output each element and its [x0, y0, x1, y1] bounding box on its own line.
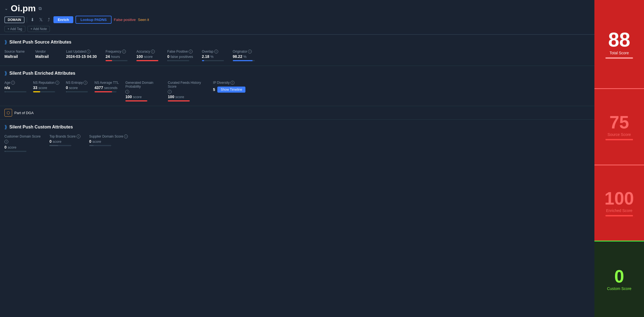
- domain-badge[interactable]: DOMAIN: [4, 17, 25, 23]
- attr-ns-avg-ttl: NS Average TTL 4377 seconds: [94, 81, 119, 92]
- external-link-icon[interactable]: ⤴: [46, 17, 51, 23]
- false-positive-info-icon[interactable]: i: [189, 50, 193, 53]
- attr-vendor-value: Maltrail: [35, 54, 57, 59]
- custom-attrs-grid: Customer Domain Score i 0 score Top Bran…: [4, 135, 590, 152]
- dga-label: Part of DGA: [14, 111, 34, 115]
- supplier-domain-score-bar-fill: [89, 145, 94, 146]
- frequency-bar-fill: [105, 60, 112, 61]
- customer-domain-score-bar-track: [4, 151, 26, 152]
- accuracy-info-icon[interactable]: i: [151, 50, 155, 53]
- false-positive-bar-track: [167, 60, 189, 61]
- attr-supplier-domain-score: Supplier Domain Score i 0 score: [89, 135, 128, 146]
- download-icon[interactable]: ⬇: [29, 17, 36, 23]
- ns-avg-ttl-bar-track: [94, 91, 117, 92]
- accuracy-bar-fill: [136, 60, 158, 61]
- attr-last-updated: Last Updated i 2024-03-15 04:30: [66, 50, 97, 59]
- add-tag-button[interactable]: + Add Tag: [4, 26, 25, 32]
- top-brands-score-info-icon[interactable]: i: [77, 135, 80, 138]
- attr-overlap-label: Overlap i: [202, 50, 224, 53]
- source-attrs-grid: Source Name Maltrail Vendor Maltrail Las…: [4, 50, 590, 61]
- attr-generated-domain: Generated Domain Probability i 100 score: [125, 81, 161, 101]
- accuracy-bar-track: [136, 60, 158, 61]
- copy-icon[interactable]: ⧉: [39, 6, 42, 11]
- ns-entropy-info-icon[interactable]: i: [83, 81, 87, 85]
- attr-curated-feeds-value: 100 score: [168, 95, 206, 99]
- attr-frequency-value: 24 hours: [105, 54, 128, 59]
- supplier-domain-score-info-icon[interactable]: i: [124, 135, 128, 138]
- twitter-icon[interactable]: 𝕏: [38, 17, 44, 23]
- page-title: Oi.pm: [11, 3, 36, 14]
- attr-false-positive: False Positive i 0 false positives: [167, 50, 193, 61]
- attr-ns-reputation-label: NS Reputation i: [33, 81, 59, 85]
- attr-ip-diversity-label: IP Diversity i: [213, 81, 245, 85]
- custom-section-title: Silent Push Custom Attributes: [9, 125, 73, 130]
- attr-vendor-label: Vendor: [35, 50, 57, 53]
- attr-age-label: Age i: [4, 81, 26, 85]
- source-section-header: ⟫ Silent Push Source Attributes: [4, 39, 590, 45]
- attr-last-updated-value: 2024-03-15 04:30: [66, 54, 97, 59]
- add-note-button[interactable]: + Add Note: [28, 26, 50, 32]
- attr-last-updated-label: Last Updated i: [66, 50, 97, 53]
- enriched-section-header: ⟫ Silent Push Enriched Attributes: [4, 70, 590, 76]
- attr-frequency-label: Frequency i: [105, 50, 128, 53]
- attr-ip-diversity: IP Diversity i 5 Show Timeline: [213, 81, 245, 93]
- header: ⌄ Oi.pm ⧉ DOMAIN ⬇ 𝕏 ⤴ Enrich Lookup PAD…: [0, 0, 594, 34]
- show-timeline-button[interactable]: Show Timeline: [217, 87, 245, 93]
- attr-customer-domain-score-value: 0 score: [4, 145, 40, 149]
- overlap-bar-fill: [202, 60, 204, 61]
- top-brands-score-bar-fill: [49, 145, 58, 146]
- source-score-label: Source Score: [608, 132, 631, 137]
- frequency-info-icon[interactable]: i: [122, 50, 126, 53]
- enriched-section-icon: ⟫: [4, 70, 7, 76]
- last-updated-info-icon[interactable]: i: [86, 50, 90, 53]
- customer-domain-score-info-icon[interactable]: i: [4, 140, 8, 144]
- enriched-attributes-section: ⟫ Silent Push Enriched Attributes Age i …: [0, 66, 594, 106]
- attr-ns-reputation-value: 33 score: [33, 85, 59, 90]
- originator-bar-fill: [233, 60, 253, 61]
- source-score-number: 75: [609, 114, 629, 131]
- seen-it-button[interactable]: Seen it: [138, 18, 149, 22]
- attr-ns-reputation: NS Reputation i 33 score: [33, 81, 59, 92]
- ip-diversity-info-icon[interactable]: i: [231, 81, 234, 85]
- attr-ip-diversity-value: 5: [213, 87, 215, 92]
- attr-curated-feeds-label: Curated Feeds History Score: [168, 81, 206, 88]
- ns-entropy-bar-track: [66, 91, 88, 92]
- enriched-score-number: 100: [605, 190, 634, 207]
- ns-reputation-info-icon[interactable]: i: [55, 81, 59, 85]
- tags-row: + Add Tag + Add Note: [4, 26, 590, 32]
- enriched-score-label: Enriched Score: [606, 208, 632, 213]
- originator-bar-track: [233, 60, 255, 61]
- attr-supplier-domain-score-label: Supplier Domain Score i: [89, 135, 128, 138]
- source-section-icon: ⟫: [4, 39, 7, 45]
- age-info-icon[interactable]: i: [11, 81, 15, 85]
- dga-row: ⬡ Part of DGA: [0, 106, 594, 119]
- attr-accuracy-label: Accuracy i: [136, 50, 158, 53]
- attr-ns-entropy: NS Entropy i 0 score: [66, 81, 88, 92]
- total-score-number: 88: [608, 30, 630, 50]
- originator-info-icon[interactable]: i: [248, 50, 252, 53]
- generated-domain-info-icon[interactable]: i: [125, 90, 129, 94]
- lookup-padns-button[interactable]: Lookup PADNS: [75, 16, 112, 24]
- frequency-bar-track: [105, 60, 128, 61]
- curated-feeds-info-icon[interactable]: i: [168, 90, 172, 94]
- attr-source-name: Source Name Maltrail: [4, 50, 26, 59]
- attr-customer-domain-score: Customer Domain Score i 0 score: [4, 135, 40, 152]
- attr-originator-label: Originator i: [233, 50, 255, 53]
- attr-ns-avg-ttl-label: NS Average TTL: [94, 81, 119, 85]
- overlap-bar-track: [202, 60, 224, 61]
- custom-section-header: ⟫ Silent Push Custom Attributes: [4, 124, 590, 130]
- source-attributes-section: ⟫ Silent Push Source Attributes Source N…: [0, 34, 594, 66]
- custom-score-block: 0 Custom Score: [594, 241, 644, 317]
- generated-domain-bar-track: [125, 100, 147, 101]
- source-section-title: Silent Push Source Attributes: [9, 40, 71, 45]
- attr-top-brands-score-value: 0 score: [49, 139, 80, 144]
- total-score-block: 88 Total Score: [594, 0, 644, 88]
- custom-score-number: 0: [614, 268, 624, 285]
- chevron-down-icon[interactable]: ⌄: [4, 6, 8, 11]
- enrich-button[interactable]: Enrich: [53, 16, 73, 23]
- overlap-info-icon[interactable]: i: [214, 50, 218, 53]
- false-positive-button[interactable]: False positive: [114, 18, 136, 22]
- attr-curated-feeds: Curated Feeds History Score i 100 score: [168, 81, 206, 101]
- attr-false-positive-label: False Positive i: [167, 50, 193, 53]
- ns-reputation-bar-fill: [33, 91, 40, 92]
